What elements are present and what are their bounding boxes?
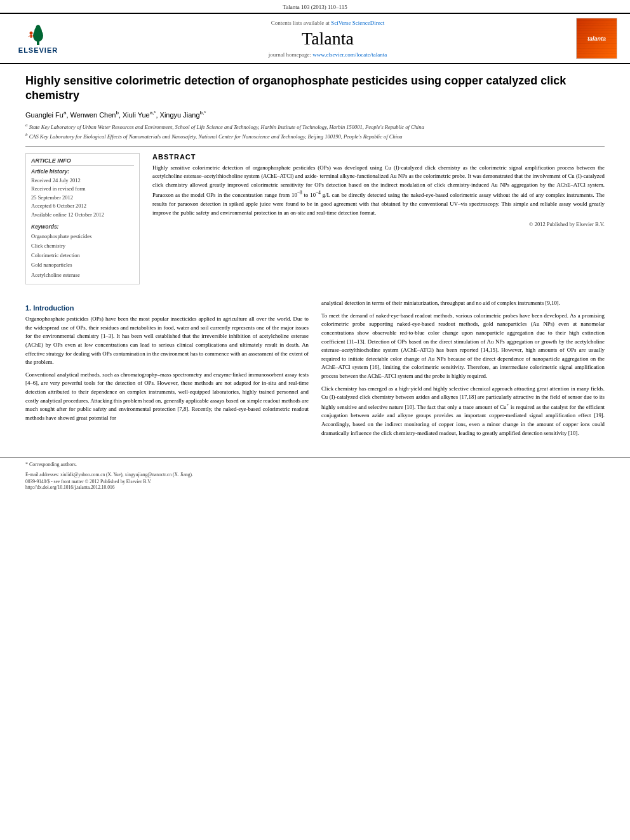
intro-para-1: Organophosphate pesticides (OPs) have be…	[25, 315, 309, 367]
header-content: ELSEVIER Contents lists available at Sci…	[0, 14, 630, 64]
talanta-logo-text: talanta	[587, 36, 606, 42]
page-footer: * Corresponding authors. E-mail addresse…	[0, 457, 630, 493]
sciverse-link-anchor[interactable]: SciVerse ScienceDirect	[331, 20, 384, 26]
keywords-label: Keywords:	[31, 223, 134, 230]
article-col-left: 1. Introduction Organophosphate pesticid…	[25, 299, 309, 441]
header-left: ELSEVIER	[13, 23, 89, 55]
keywords-list: Organophosphate pesticides Click chemist…	[31, 232, 134, 280]
keyword-3: Colorimetric detection	[31, 251, 134, 260]
header-center: Contents lists available at SciVerse Sci…	[89, 20, 566, 58]
email1-link[interactable]: xiulidk@yahoo.com.cn (X. Yue),	[60, 472, 124, 477]
elsevier-logo: ELSEVIER	[13, 23, 64, 55]
footer-issn: 0039-9140/$ - see front matter © 2012 Pu…	[25, 479, 605, 490]
header-right: talanta	[566, 18, 617, 59]
abstract-title: ABSTRACT	[152, 153, 605, 161]
article-title: Highly sensitive colorimetric detection …	[25, 74, 605, 103]
intro-para-3: analytical detection in terms of their m…	[321, 299, 605, 308]
keyword-4: Gold nanoparticles	[31, 260, 134, 270]
journal-header: Talanta 103 (2013) 110–115	[0, 0, 630, 14]
two-col-article: 1. Introduction Organophosphate pesticid…	[25, 299, 605, 441]
footer-note: * Corresponding authors. E-mail addresse…	[25, 461, 605, 479]
received-date: Received 24 July 2012	[31, 177, 134, 185]
received-revised-label: Received in revised form	[31, 185, 134, 194]
page-wrapper: Talanta 103 (2013) 110–115	[0, 0, 630, 493]
svg-point-4	[30, 32, 33, 35]
accepted-date: Accepted 6 October 2012	[31, 202, 134, 211]
divider-line	[25, 146, 605, 147]
homepage-link: journal homepage: www.elsevier.com/locat…	[89, 51, 566, 58]
article-body: Highly sensitive colorimetric detection …	[0, 64, 630, 451]
article-main: 1. Introduction Organophosphate pesticid…	[25, 299, 605, 441]
homepage-url[interactable]: www.elsevier.com/locate/talanta	[312, 51, 387, 58]
keyword-2: Click chemistry	[31, 241, 134, 251]
article-info-box: ARTICLE INFO Article history: Received 2…	[25, 153, 140, 284]
talanta-logo-box: talanta	[576, 18, 617, 59]
intro-para-2: Conventional analytical methods, such as…	[25, 371, 309, 423]
elsevier-text: ELSEVIER	[18, 46, 58, 54]
right-col: ABSTRACT Highly sensitive colorimetric d…	[152, 153, 605, 290]
corresponding-note: * Corresponding authors.	[25, 461, 605, 469]
authors-line: Guanglei Fua, Wenwen Chenb, Xiuli Yuea,*…	[25, 110, 605, 119]
email-line: E-mail addresses: xiulidk@yahoo.com.cn (…	[25, 471, 605, 479]
email2-link[interactable]: xingyujiang@nanoctr.cn (X. Jiang).	[124, 472, 193, 477]
journal-title-big: Talanta	[89, 29, 566, 49]
keyword-1: Organophosphate pesticides	[31, 232, 134, 241]
affiliations: a State Key Laboratory of Urban Water Re…	[25, 122, 605, 140]
svg-point-3	[36, 25, 41, 32]
sciverse-link: Contents lists available at SciVerse Sci…	[89, 20, 566, 26]
article-info-title: ARTICLE INFO	[31, 157, 134, 166]
keyword-5: Acetylcholine esterase	[31, 270, 134, 280]
vol-info: Talanta 103 (2013) 110–115	[283, 4, 347, 10]
received-revised-date: 25 September 2012	[31, 194, 134, 203]
available-online: Available online 12 October 2012	[31, 211, 134, 220]
svg-rect-5	[30, 35, 32, 38]
history-label: Article history:	[31, 168, 134, 175]
abstract-text: Highly sensitive colorimetric detection …	[152, 164, 605, 218]
elsevier-tree-icon	[22, 23, 54, 45]
intro-para-5: Click chemistry has emerged as a high-yi…	[321, 385, 605, 438]
article-col-right: analytical detection in terms of their m…	[321, 299, 605, 441]
svg-line-6	[29, 36, 30, 37]
article-info-abstract-section: ARTICLE INFO Article history: Received 2…	[25, 153, 605, 290]
intro-para-4: To meet the demand of naked-eye-based re…	[321, 312, 605, 381]
copyright-line: © 2012 Published by Elsevier B.V.	[152, 221, 605, 227]
left-col: ARTICLE INFO Article history: Received 2…	[25, 153, 140, 290]
section1-title: 1. Introduction	[25, 304, 309, 312]
